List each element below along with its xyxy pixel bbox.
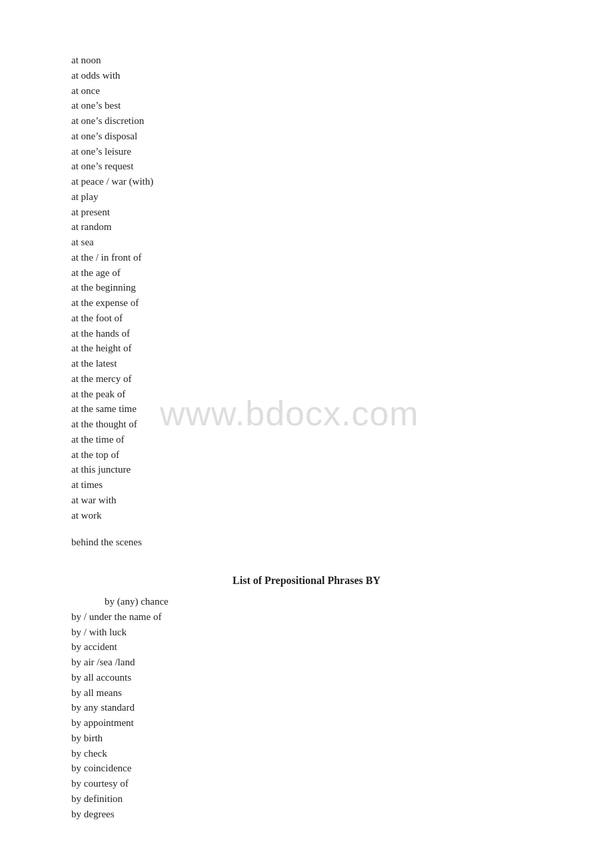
- list-item: at one’s best: [71, 99, 542, 113]
- list-item: at the height of: [71, 341, 542, 356]
- list-item: at the expense of: [71, 296, 542, 311]
- list-item: by all means: [71, 686, 542, 701]
- at-phrases-list: at noonat odds withat onceat one’s besta…: [71, 53, 542, 523]
- list-item: by / under the name of: [71, 610, 542, 625]
- by-phrases-list: by (any) chanceby / under the name ofby …: [71, 595, 542, 821]
- list-item: at the / in front of: [71, 251, 542, 265]
- list-item: at random: [71, 220, 542, 235]
- list-item: at the hands of: [71, 327, 542, 341]
- spacer-1: [71, 523, 542, 535]
- list-item: at the age of: [71, 266, 542, 281]
- list-item: at work: [71, 509, 542, 523]
- list-item: at the time of: [71, 433, 542, 447]
- list-item: by appointment: [71, 716, 542, 731]
- page-content: www.bdocx.com at noonat odds withat once…: [0, 0, 613, 862]
- list-item: by definition: [71, 792, 542, 807]
- list-item: at peace / war (with): [71, 175, 542, 189]
- list-item: at the top of: [71, 448, 542, 463]
- list-item: at present: [71, 205, 542, 220]
- list-item: at once: [71, 84, 542, 99]
- list-item: at play: [71, 190, 542, 205]
- list-item: at one’s discretion: [71, 114, 542, 129]
- list-item: by (any) chance: [71, 595, 542, 609]
- list-item: by all accounts: [71, 671, 542, 685]
- list-item: at war with: [71, 493, 542, 508]
- list-item: by accident: [71, 640, 542, 655]
- list-item: at this juncture: [71, 463, 542, 477]
- list-item: at one’s disposal: [71, 129, 542, 144]
- list-item: by check: [71, 747, 542, 761]
- list-item: by any standard: [71, 701, 542, 715]
- by-section-title: List of Prepositional Phrases BY: [71, 575, 542, 587]
- list-item: at one’s leisure: [71, 145, 542, 159]
- list-item: by courtesy of: [71, 777, 542, 791]
- spacer-2: [71, 551, 542, 563]
- list-item: by coincidence: [71, 761, 542, 776]
- list-item: at the latest: [71, 357, 542, 371]
- list-item: at sea: [71, 235, 542, 250]
- list-item: at odds with: [71, 69, 542, 83]
- list-item: at the foot of: [71, 311, 542, 326]
- list-item: at the beginning: [71, 281, 542, 295]
- list-item: at times: [71, 478, 542, 493]
- list-item: at noon: [71, 53, 542, 68]
- list-item: at one’s request: [71, 159, 542, 174]
- list-item: by air /sea /land: [71, 655, 542, 670]
- list-item: by birth: [71, 731, 542, 746]
- list-item: at the peak of: [71, 387, 542, 402]
- list-item: by / with luck: [71, 625, 542, 640]
- list-item: at the thought of: [71, 417, 542, 432]
- list-item: by degrees: [71, 807, 542, 822]
- behind-phrase: behind the scenes: [71, 535, 542, 550]
- list-item: at the mercy of: [71, 372, 542, 387]
- list-item: at the same time: [71, 402, 542, 417]
